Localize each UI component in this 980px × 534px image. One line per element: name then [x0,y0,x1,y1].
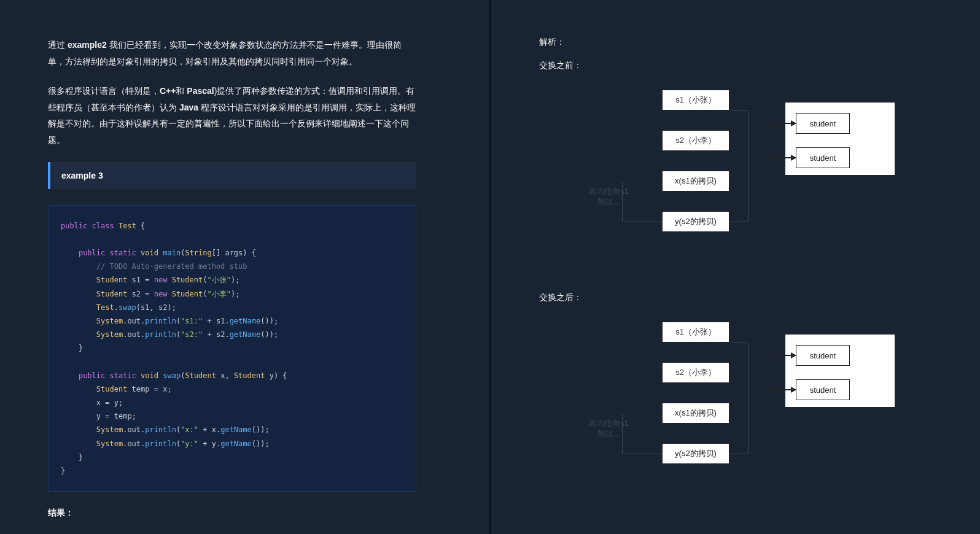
box-s2: s2（小李） [662,130,729,151]
obj-student-2: student [796,147,850,168]
connector [729,342,748,343]
box-y: y(s2的拷贝) [662,443,729,464]
callout-title: example 3 [61,171,405,180]
box-s2: s2（小李） [662,362,729,383]
box-x: x(s1的拷贝) [662,171,729,192]
box-y: y(s2的拷贝) [662,211,729,232]
analysis-column: 解析： 交换之前： s1（小张） s2（小李） x(s1的拷贝) y(s2的拷贝… [491,0,980,534]
text: 很多程序设计语言（特别是， [48,86,160,96]
result-label: 结果： [48,508,452,519]
box-s1: s1（小张） [662,322,729,342]
text-bold: Java [179,103,198,112]
after-label: 交换之后： [539,292,943,303]
paragraph-1: 通过 example2 我们已经看到，实现一个改变对象参数状态的方法并不是一件难… [48,37,416,69]
connector [729,110,748,111]
connector [748,342,749,454]
box-x: x(s1的拷贝) [662,403,729,424]
analysis-label: 解析： [539,37,943,48]
diagram-before: s1（小张） s2（小李） x(s1的拷贝) y(s2的拷贝) student … [539,83,943,268]
page-root: 通过 example2 我们已经看到，实现一个改变对象参数状态的方法并不是一件难… [0,0,980,534]
box-s1: s1（小张） [662,90,729,110]
connector [622,182,623,222]
connector [622,454,662,454]
arrow-icon [766,355,796,356]
connector [729,454,748,454]
obj-student-1: student [796,113,850,134]
connector [748,110,749,222]
text-bold: example2 [68,40,107,50]
paragraph-2: 很多程序设计语言（特别是，C++和 Pascal)提供了两种参数传递的方式：值调… [48,83,416,148]
arrow-icon [766,389,796,390]
code-block: public class Test { public static void m… [48,205,416,492]
connector [622,222,662,222]
connector [729,222,748,222]
obj-student-1: student [796,345,850,366]
article-column: 通过 example2 我们已经看到，实现一个改变对象参数状态的方法并不是一件难… [0,0,489,534]
text-bold: Pascal [187,86,214,96]
obj-student-2: student [796,379,850,400]
arrow-icon [766,157,796,158]
arrow-icon [766,123,796,124]
before-label: 交换之前： [539,60,943,71]
text: 通过 [48,40,68,50]
example-callout: example 3 [48,162,416,189]
connector [622,414,623,454]
text: 和 [176,86,187,96]
text-bold: C++ [160,86,176,96]
diagram-after: s1（小张） s2（小李） x(s1的拷贝) y(s2的拷贝) student … [539,315,943,500]
